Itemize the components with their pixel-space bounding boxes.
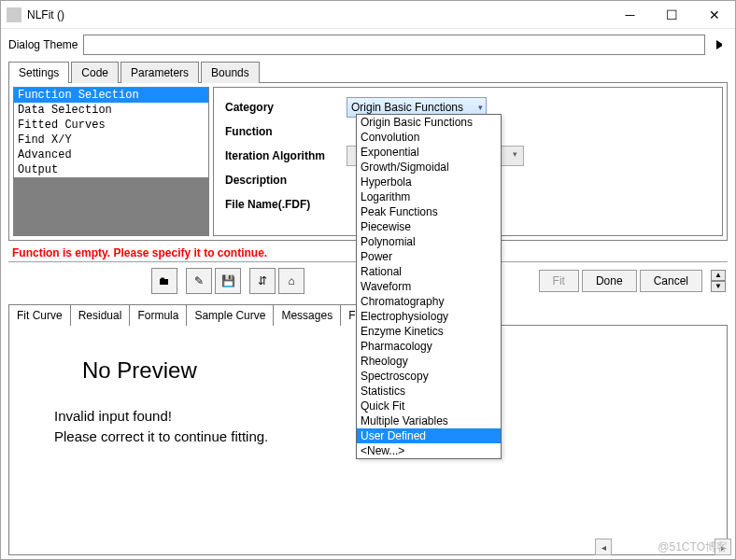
tab-bounds[interactable]: Bounds <box>201 62 260 83</box>
list-item-advanced[interactable]: Advanced <box>14 147 208 162</box>
fit-button[interactable]: Fit <box>539 270 579 292</box>
function-label: Function <box>225 125 347 138</box>
dropdown-item[interactable]: Chromatography <box>357 294 501 309</box>
spin-control: ▲ ▼ <box>711 270 726 292</box>
dropdown-item[interactable]: Quick Fit <box>357 399 501 413</box>
theme-row: Dialog Theme <box>5 29 731 61</box>
dropdown-item[interactable]: Origin Basic Functions <box>357 115 501 130</box>
tab-formula[interactable]: Formula <box>129 304 186 326</box>
close-button[interactable]: ✕ <box>693 1 735 28</box>
category-dropdown-list[interactable]: Origin Basic FunctionsConvolutionExponen… <box>356 114 502 459</box>
tab-sample-curve[interactable]: Sample Curve <box>186 304 273 326</box>
tool-edit-button[interactable]: ✎ <box>186 268 212 294</box>
dropdown-item[interactable]: <New...> <box>357 443 501 458</box>
tool-save-button[interactable]: 💾 <box>215 268 241 294</box>
tool-home-button[interactable]: ⌂ <box>278 268 304 294</box>
dropdown-item[interactable]: User Defined <box>357 428 501 443</box>
tab-code[interactable]: Code <box>71 62 119 83</box>
dropdown-item[interactable]: Hyperbola <box>357 175 501 189</box>
triangle-right-icon <box>716 40 722 49</box>
list-item-output[interactable]: Output <box>14 162 208 177</box>
app-icon <box>7 7 21 22</box>
dropdown-item[interactable]: Rheology <box>357 354 501 369</box>
dropdown-item[interactable]: Peak Functions <box>357 204 501 219</box>
tab-messages[interactable]: Messages <box>273 304 340 326</box>
edit-icon: ✎ <box>194 274 204 287</box>
dropdown-item[interactable]: Exponential <box>357 145 501 160</box>
theme-menu-button[interactable] <box>711 35 728 55</box>
svg-marker-0 <box>716 40 722 49</box>
maximize-button[interactable]: ☐ <box>651 1 693 28</box>
watermark: @51CTO博客 <box>658 539 728 555</box>
iteration-algorithm-label: Iteration Algorithm <box>225 149 347 162</box>
dropdown-item[interactable]: Piecewise <box>357 219 501 234</box>
dropdown-item[interactable]: Growth/Sigmoidal <box>357 160 501 175</box>
dropdown-item[interactable]: Logarithm <box>357 189 501 204</box>
tab-parameters[interactable]: Parameters <box>120 62 199 83</box>
cancel-button[interactable]: Cancel <box>640 270 702 292</box>
settings-list[interactable]: Function Selection Data Selection Fitted… <box>13 87 209 236</box>
dialog-theme-label: Dialog Theme <box>8 38 78 51</box>
upper-tabstrip: Settings Code Parameters Bounds <box>5 62 731 83</box>
dropdown-item[interactable]: Electrophysiology <box>357 309 501 324</box>
dropdown-item[interactable]: Convolution <box>357 130 501 145</box>
sort-icon: ⇵ <box>258 274 267 287</box>
spin-down-button[interactable]: ▼ <box>711 281 726 292</box>
dropdown-item[interactable]: Power <box>357 249 501 264</box>
category-value: Origin Basic Functions <box>351 101 463 114</box>
nlfit-dialog: NLFit () ─ ☐ ✕ Dialog Theme Settings Cod… <box>0 0 736 560</box>
dropdown-item[interactable]: Pharmacology <box>357 339 501 354</box>
scroll-left-button[interactable]: ◂ <box>595 539 612 555</box>
list-item-data-selection[interactable]: Data Selection <box>14 103 208 118</box>
dropdown-item[interactable]: Waveform <box>357 279 501 294</box>
titlebar: NLFit () ─ ☐ ✕ <box>1 1 735 29</box>
description-label: Description <box>225 174 347 187</box>
tab-residual[interactable]: Residual <box>70 304 130 326</box>
save-icon: 💾 <box>221 274 235 287</box>
dropdown-item[interactable]: Spectroscopy <box>357 369 501 384</box>
file-name-label: File Name(.FDF) <box>225 198 347 211</box>
spin-up-button[interactable]: ▲ <box>711 270 726 281</box>
dropdown-item[interactable]: Multiple Variables <box>357 413 501 428</box>
folder-icon: 🖿 <box>159 274 170 287</box>
list-empty-area <box>14 177 208 235</box>
minimize-button[interactable]: ─ <box>609 1 651 28</box>
window-title: NLFit () <box>27 8 609 21</box>
chevron-down-icon: ▾ <box>478 103 483 112</box>
dropdown-item[interactable]: Rational <box>357 264 501 279</box>
dropdown-item[interactable]: Enzyme Kinetics <box>357 324 501 339</box>
home-icon: ⌂ <box>288 274 294 287</box>
list-item-find-xy[interactable]: Find X/Y <box>14 133 208 147</box>
dialog-theme-input[interactable] <box>83 35 705 55</box>
category-label: Category <box>225 101 347 114</box>
list-item-fitted-curves[interactable]: Fitted Curves <box>14 118 208 133</box>
tool-open-button[interactable]: 🖿 <box>151 268 177 294</box>
dropdown-item[interactable]: Polynomial <box>357 234 501 249</box>
tool-sort-button[interactable]: ⇵ <box>249 268 276 294</box>
list-item-function-selection[interactable]: Function Selection <box>14 88 208 103</box>
tab-fit-curve[interactable]: Fit Curve <box>8 304 70 326</box>
done-button[interactable]: Done <box>582 270 637 292</box>
dropdown-item[interactable]: Statistics <box>357 384 501 399</box>
tab-settings[interactable]: Settings <box>8 62 69 83</box>
